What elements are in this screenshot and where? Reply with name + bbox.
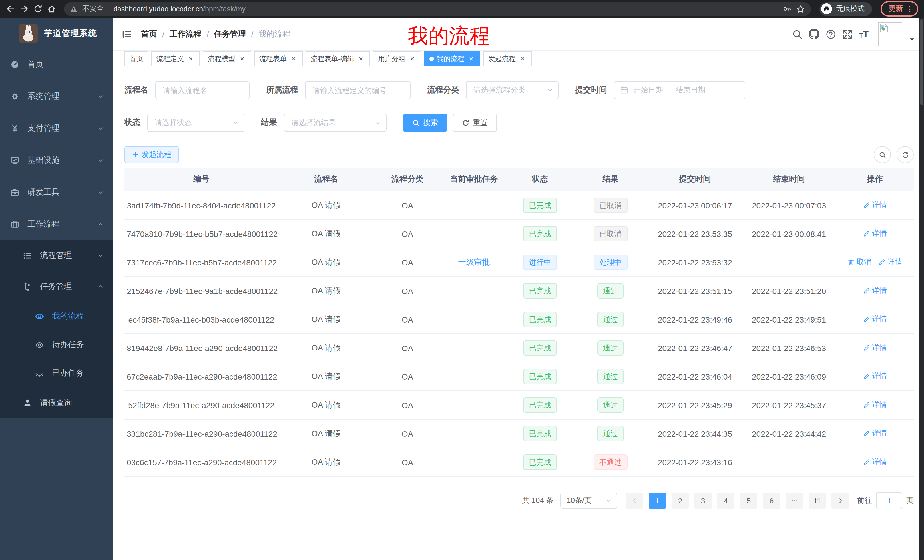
task-link[interactable]: 一级审批: [458, 257, 490, 266]
browser-reload-icon[interactable]: [33, 4, 43, 14]
sidebar-item-toolbox[interactable]: 研发工具: [0, 177, 113, 208]
close-icon[interactable]: ×: [187, 55, 195, 63]
more-pages-button[interactable]: [786, 493, 803, 509]
prev-page-button[interactable]: [626, 493, 643, 509]
page-button[interactable]: 5: [740, 493, 757, 509]
process-name-input[interactable]: [155, 81, 249, 99]
toolbox-icon: [10, 188, 20, 197]
page-button[interactable]: 1: [649, 493, 666, 509]
next-page-button[interactable]: [831, 493, 849, 509]
browser-scrollbar[interactable]: [920, 18, 924, 560]
help-icon[interactable]: [826, 29, 836, 39]
page-button[interactable]: 2: [672, 493, 689, 509]
sidebar-item-eye[interactable]: 待办任务: [0, 331, 113, 359]
page-unit-label: 页: [906, 496, 914, 506]
tab-item[interactable]: 我的流程×: [424, 51, 480, 66]
detail-action[interactable]: 详情: [863, 428, 887, 439]
search-button[interactable]: 搜索: [403, 114, 447, 132]
detail-action[interactable]: 详情: [863, 200, 887, 210]
app-logo[interactable]: 芋道管理系统: [0, 18, 113, 48]
category-select[interactable]: 请选择流程分类: [466, 81, 558, 99]
cancel-action[interactable]: 取消: [848, 257, 872, 267]
sidebar-item-eye-closed[interactable]: 已办任务: [0, 359, 113, 388]
security-warning-icon[interactable]: [70, 5, 78, 13]
detail-action[interactable]: 详情: [863, 286, 887, 296]
breadcrumb-item[interactable]: 工作流程: [170, 29, 202, 39]
sidebar-item-tree[interactable]: 任务管理: [0, 271, 113, 302]
detail-action[interactable]: 详情: [863, 314, 887, 325]
header-search-icon[interactable]: [792, 29, 802, 39]
password-key-icon[interactable]: [783, 4, 792, 13]
cell-task: [441, 391, 507, 419]
status-badge: 进行中: [523, 255, 557, 270]
browser-menu-icon[interactable]: [906, 5, 914, 13]
toggle-search-button[interactable]: [874, 146, 891, 163]
fullscreen-icon[interactable]: [843, 29, 853, 39]
github-icon[interactable]: [809, 28, 820, 39]
tab-item[interactable]: 流程定义×: [152, 51, 200, 66]
detail-action[interactable]: 详情: [863, 229, 887, 239]
close-icon[interactable]: ×: [357, 55, 365, 63]
tab-item[interactable]: 首页: [124, 51, 148, 66]
close-icon[interactable]: ×: [467, 55, 475, 63]
sidebar-item-monitor[interactable]: 基础设施: [0, 144, 113, 177]
cell-name: OA 请假: [278, 448, 374, 476]
filter-status-label: 状态: [124, 118, 141, 128]
sidebar-item-robot[interactable]: 我的流程: [0, 302, 113, 331]
detail-action[interactable]: 详情: [863, 400, 887, 410]
tab-item[interactable]: 流程模型×: [203, 51, 251, 66]
page-size-select[interactable]: 10条/页: [560, 493, 617, 509]
refresh-table-button[interactable]: [897, 146, 914, 163]
avatar-caret-icon[interactable]: [909, 36, 915, 42]
detail-action[interactable]: 详情: [863, 371, 887, 382]
close-icon[interactable]: ×: [519, 55, 526, 63]
tab-item[interactable]: 发起流程×: [483, 51, 532, 66]
breadcrumb-item[interactable]: 首页: [141, 29, 157, 39]
tab-item[interactable]: 用户分组×: [373, 51, 422, 66]
cell-end-time: 2022-01-22 23:45:37: [742, 391, 836, 419]
page-button[interactable]: 11: [808, 493, 826, 509]
sidebar-item-yen[interactable]: 支付管理: [0, 112, 113, 144]
sidebar-item-briefcase[interactable]: 工作流程: [0, 208, 113, 240]
browser-home-icon[interactable]: [47, 4, 57, 14]
detail-action[interactable]: 详情: [878, 257, 902, 267]
chevron-down-icon: [97, 93, 104, 100]
tab-item[interactable]: 流程表单×: [254, 51, 303, 66]
detail-action[interactable]: 详情: [863, 457, 887, 467]
pen-icon: [863, 287, 870, 295]
browser-forward-icon[interactable]: [20, 4, 29, 14]
cell-category: OA: [374, 305, 441, 334]
cell-id: 52ffd28e-7b9a-11ec-a290-acde48001122: [124, 391, 278, 419]
user-avatar[interactable]: [878, 22, 902, 46]
process-definition-input[interactable]: [305, 81, 411, 99]
close-icon[interactable]: ×: [290, 55, 297, 63]
font-size-icon[interactable]: TT: [859, 29, 868, 39]
sidebar-item-label: 支付管理: [27, 123, 59, 133]
result-select[interactable]: 请选择流结果: [284, 114, 387, 132]
sidebar-item-gear[interactable]: 系统管理: [0, 81, 113, 112]
status-select[interactable]: 请选择状态: [147, 114, 244, 132]
close-icon[interactable]: ×: [238, 55, 246, 63]
bookmark-star-icon[interactable]: [796, 4, 805, 13]
start-process-button[interactable]: 发起流程: [124, 146, 179, 163]
cell-end-time: 2022-01-23 00:08:41: [742, 220, 836, 248]
close-icon[interactable]: ×: [408, 55, 416, 63]
detail-action[interactable]: 详情: [863, 343, 887, 353]
goto-page-input[interactable]: [876, 492, 902, 509]
cell-name: OA 请假: [278, 334, 374, 362]
page-button[interactable]: 4: [717, 493, 734, 509]
browser-update-button[interactable]: 更新: [880, 1, 918, 16]
date-range-picker[interactable]: 开始日期 - 结束日期: [614, 81, 745, 99]
tab-item[interactable]: 流程表单-编辑×: [306, 51, 370, 66]
sidebar-item-dashboard[interactable]: 首页: [0, 48, 113, 81]
hamburger-icon[interactable]: [122, 29, 132, 39]
sidebar-item-user[interactable]: 请假查询: [0, 388, 113, 418]
url-bar[interactable]: 不安全 dashboard.yudao.iocoder.cn/bpm/task/…: [64, 2, 811, 16]
reset-button[interactable]: 重置: [453, 114, 497, 132]
sidebar-item-list[interactable]: 流程管理: [0, 240, 113, 271]
page-button[interactable]: 3: [694, 493, 711, 509]
breadcrumb-item[interactable]: 任务管理: [214, 29, 246, 39]
browser-back-icon[interactable]: [6, 4, 15, 14]
page-button[interactable]: 6: [763, 493, 780, 509]
chevron-up-icon: [97, 283, 104, 290]
